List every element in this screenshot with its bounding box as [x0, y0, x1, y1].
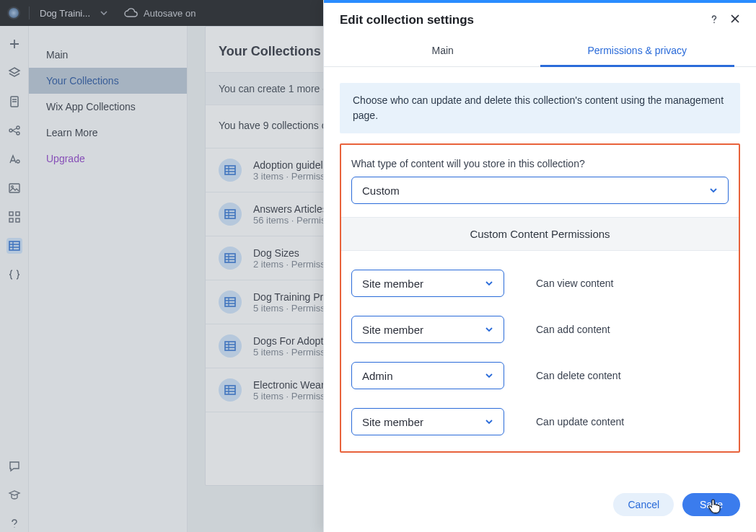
learn-icon[interactable] [6, 487, 22, 503]
tab-main[interactable]: Main [346, 36, 540, 66]
content-type-value: Custom [362, 185, 400, 197]
svg-rect-10 [16, 218, 19, 222]
svg-rect-11 [9, 241, 19, 250]
chevron-down-icon [485, 279, 493, 288]
save-button[interactable]: Save [682, 493, 740, 516]
svg-point-3 [17, 132, 19, 135]
cancel-button[interactable]: Cancel [613, 493, 674, 516]
svg-rect-15 [225, 298, 235, 306]
permission-label: Can update content [536, 416, 624, 427]
permission-row-view: Site member Can view content [351, 270, 729, 297]
page-icon[interactable] [6, 94, 22, 110]
chevron-down-icon [485, 417, 493, 426]
svg-rect-14 [225, 254, 235, 262]
highlighted-permissions-block: What type of content will you store in t… [340, 143, 740, 453]
svg-rect-7 [9, 212, 13, 216]
svg-rect-5 [9, 184, 19, 192]
site-switcher[interactable]: Dog Traini... [7, 6, 107, 19]
permissions-notice: Choose who can update and delete this co… [340, 83, 740, 133]
svg-point-4 [17, 160, 19, 163]
role-select-add[interactable]: Site member [351, 316, 504, 343]
chevron-down-icon [485, 325, 493, 334]
table-icon [219, 247, 242, 270]
chevron-down-icon [100, 9, 107, 17]
connections-icon[interactable] [6, 123, 22, 138]
sidebar-item-upgrade[interactable]: Upgrade [29, 146, 187, 172]
svg-rect-13 [225, 210, 235, 218]
tab-permissions[interactable]: Permissions & privacy [540, 36, 735, 67]
edit-collection-modal: Edit collection settings Main Permission… [323, 0, 756, 532]
sidebar-panel: Main Your Collections Wix App Collection… [29, 26, 188, 532]
table-icon [219, 159, 242, 182]
database-icon[interactable] [6, 238, 22, 254]
role-select-update[interactable]: Site member [351, 408, 504, 435]
role-select-view[interactable]: Site member [351, 270, 504, 297]
left-rail [0, 26, 29, 532]
svg-rect-9 [9, 218, 13, 222]
table-icon [219, 334, 242, 358]
svg-point-1 [9, 129, 12, 132]
comment-icon[interactable] [6, 458, 22, 474]
table-icon [219, 378, 242, 402]
autosave-label: Autosave on [144, 8, 195, 19]
chevron-down-icon [709, 186, 718, 195]
text-style-icon[interactable] [6, 151, 22, 167]
add-icon[interactable] [6, 36, 22, 52]
modal-title: Edit collection settings [340, 13, 474, 27]
layers-icon[interactable] [6, 65, 22, 81]
permission-label: Can delete content [536, 370, 621, 381]
svg-rect-12 [225, 166, 235, 174]
chevron-down-icon [485, 371, 493, 380]
modal-tabs: Main Permissions & privacy [324, 36, 756, 67]
site-name: Dog Traini... [40, 8, 90, 19]
help-icon[interactable] [708, 14, 720, 27]
close-icon[interactable] [730, 14, 740, 27]
permission-row-delete: Admin Can delete content [351, 362, 729, 389]
apps-icon[interactable] [6, 209, 22, 225]
content-type-question: What type of content will you store in t… [351, 158, 729, 169]
divider [29, 6, 30, 19]
svg-point-2 [17, 126, 19, 129]
svg-rect-17 [225, 386, 235, 394]
image-icon[interactable] [6, 180, 22, 196]
table-icon [219, 203, 242, 226]
role-value: Admin [362, 370, 393, 382]
sidebar-item-learn-more[interactable]: Learn More [29, 120, 187, 146]
table-icon [219, 291, 242, 314]
role-value: Site member [362, 324, 423, 336]
permission-label: Can view content [536, 278, 613, 289]
help-icon[interactable] [6, 516, 22, 532]
role-select-delete[interactable]: Admin [351, 362, 504, 389]
permission-row-update: Site member Can update content [351, 408, 729, 435]
sidebar-item-main[interactable]: Main [29, 42, 187, 68]
autosave-indicator: Autosave on [123, 8, 195, 19]
content-type-select[interactable]: Custom [351, 177, 729, 204]
permission-label: Can add content [536, 324, 610, 335]
svg-rect-16 [225, 342, 235, 350]
modal-footer: Cancel Save [324, 482, 756, 532]
role-value: Site member [362, 278, 423, 290]
permissions-section-heading: Custom Content Permissions [341, 217, 739, 251]
site-logo-icon [7, 6, 20, 19]
sidebar-item-your-collections[interactable]: Your Collections [29, 68, 187, 94]
sidebar-item-wix-app-collections[interactable]: Wix App Collections [29, 94, 187, 120]
braces-icon[interactable] [6, 267, 22, 283]
modal-body: Choose who can update and delete this co… [324, 67, 756, 482]
role-value: Site member [362, 416, 423, 428]
svg-point-6 [11, 186, 13, 188]
cloud-icon [123, 8, 138, 18]
permission-row-add: Site member Can add content [351, 316, 729, 343]
svg-rect-8 [16, 212, 19, 216]
